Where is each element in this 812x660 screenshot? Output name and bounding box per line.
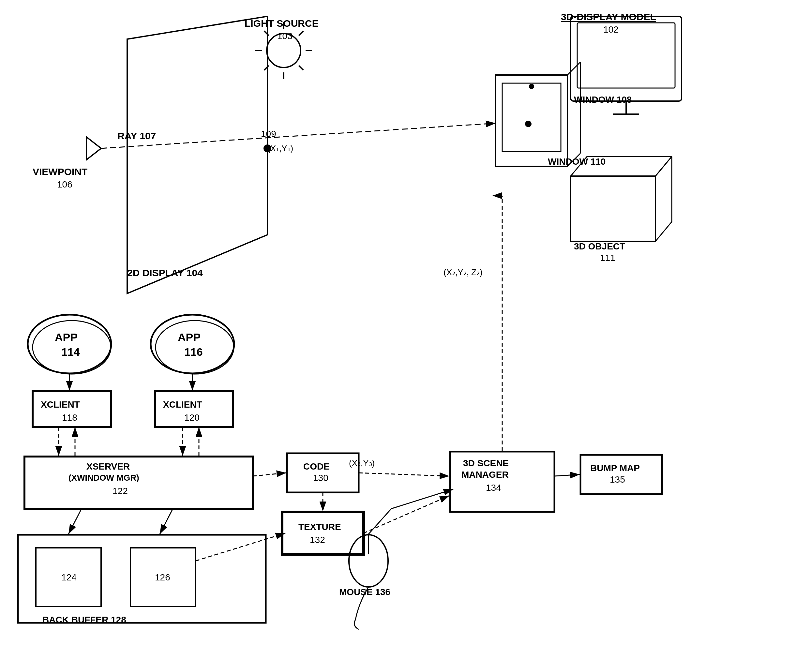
xserver-label: XSERVER — [86, 462, 130, 472]
svg-line-11 — [299, 65, 303, 70]
svg-line-29 — [655, 157, 672, 176]
object-3d-label: 3D OBJECT — [574, 241, 625, 252]
app-114-num: 114 — [61, 346, 80, 359]
coord-xy1-label: (X₁,Y₁) — [267, 143, 293, 154]
svg-rect-25 — [571, 176, 655, 241]
bump-map-num: 135 — [610, 474, 625, 485]
xclient-118-label: XCLIENT — [41, 400, 80, 410]
svg-line-62 — [368, 509, 391, 534]
xclient-120-num: 120 — [184, 412, 200, 423]
viewpoint-num: 106 — [57, 179, 72, 190]
svg-line-65 — [160, 509, 173, 534]
buf-126-label: 126 — [155, 572, 170, 583]
svg-line-57 — [359, 473, 449, 476]
svg-rect-19 — [502, 83, 561, 152]
svg-point-24 — [529, 84, 534, 89]
svg-point-23 — [525, 121, 531, 127]
svg-line-56 — [253, 473, 286, 476]
point-109-label: 109 — [261, 129, 276, 139]
mouse-label: MOUSE 136 — [339, 587, 390, 597]
svg-point-36 — [151, 315, 234, 373]
light-source-num: 103 — [277, 31, 292, 41]
texture-label: TEXTURE — [298, 522, 341, 532]
svg-line-20 — [568, 62, 580, 75]
display-model-label: 3D-DISPLAY MODEL — [561, 11, 656, 22]
bump-map-label: BUMP MAP — [590, 463, 640, 473]
light-source-label: LIGHT SOURCE — [244, 18, 319, 29]
svg-marker-67 — [86, 137, 101, 160]
svg-line-30 — [655, 222, 672, 241]
svg-rect-15 — [577, 23, 675, 88]
xwindow-mgr-label: (XWINDOW MGR) — [68, 473, 139, 483]
diagram-container: LIGHT SOURCE 103 3D-DISPLAY MODEL 102 RA… — [0, 0, 812, 660]
svg-point-34 — [28, 315, 111, 373]
app-116-label: APP — [178, 331, 201, 344]
xclient-118-num: 118 — [62, 412, 77, 423]
scene-manager-label: 3D SCENE — [463, 458, 509, 469]
svg-line-64 — [68, 509, 81, 534]
coord-xy2z2-label: (X₂,Y₂, Z₂) — [444, 267, 483, 278]
xclient-120-label: XCLIENT — [163, 400, 202, 410]
texture-num: 132 — [310, 535, 325, 545]
svg-line-32 — [101, 123, 496, 148]
app-116-num: 116 — [184, 346, 203, 359]
svg-line-10 — [299, 31, 303, 35]
svg-line-63 — [391, 489, 453, 509]
diagram-svg — [0, 0, 812, 660]
back-buffer-label: BACK BUFFER 128 — [43, 615, 126, 625]
scene-manager-num: 134 — [486, 482, 501, 493]
ray-label: RAY 107 — [117, 130, 156, 141]
svg-marker-4 — [127, 16, 267, 294]
coord-xy3-label: (X₃,Y₃) — [349, 458, 375, 468]
app-114-label: APP — [55, 331, 78, 344]
display-2d-label: 2D DISPLAY 104 — [127, 267, 203, 278]
window-108-label: WINDOW 108 — [574, 95, 632, 105]
code-label: CODE — [303, 462, 330, 472]
buf-124-label: 124 — [61, 572, 77, 583]
scene-manager-line2-label: MANAGER — [462, 470, 509, 480]
object-3d-num: 111 — [600, 253, 615, 263]
code-num: 130 — [313, 473, 328, 483]
window-110-label: WINDOW 110 — [548, 157, 606, 167]
display-model-num: 102 — [603, 24, 619, 35]
viewpoint-label: VIEWPOINT — [33, 166, 87, 178]
svg-line-60 — [554, 474, 580, 476]
svg-line-58 — [363, 496, 449, 533]
xserver-num: 122 — [113, 486, 128, 496]
